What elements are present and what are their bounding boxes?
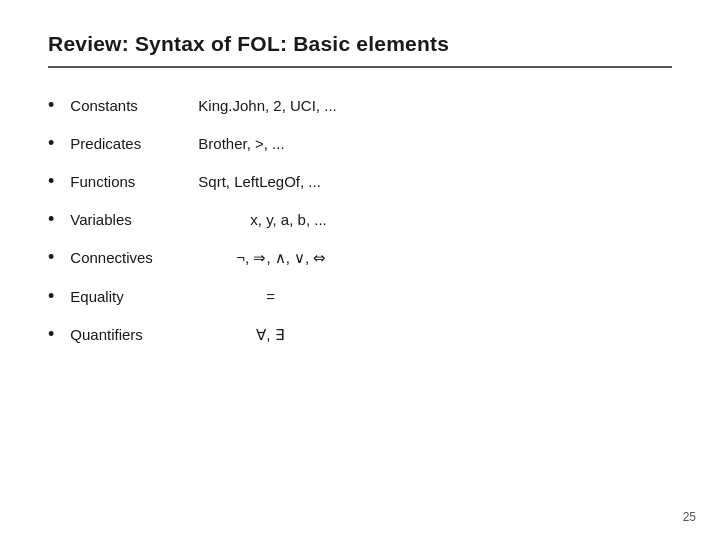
title-divider bbox=[48, 66, 672, 68]
list-item: • Variables x, y, a, b, ... bbox=[48, 200, 672, 238]
item-label: Equality bbox=[70, 288, 190, 305]
bullet-dot: • bbox=[48, 287, 54, 305]
list-item: • Connectives ¬, ⇒, ∧, ∨, ⇔ bbox=[48, 238, 672, 277]
list-item: • Equality = bbox=[48, 277, 672, 315]
bullet-dot: • bbox=[48, 210, 54, 228]
item-value: ∀, ∃ bbox=[256, 326, 283, 344]
item-value: Brother, >, ... bbox=[198, 135, 284, 152]
item-label: Connectives bbox=[70, 249, 190, 266]
page-number: 25 bbox=[683, 510, 696, 524]
bullet-dot: • bbox=[48, 134, 54, 152]
item-label: Functions bbox=[70, 173, 190, 190]
bullet-dot: • bbox=[48, 325, 54, 343]
bullet-list: • Constants King.John, 2, UCI, ... • Pre… bbox=[48, 86, 672, 354]
item-value: = bbox=[266, 288, 275, 305]
item-value: ¬, ⇒, ∧, ∨, ⇔ bbox=[236, 249, 326, 267]
bullet-dot: • bbox=[48, 248, 54, 266]
bullet-dot: • bbox=[48, 172, 54, 190]
item-value: King.John, 2, UCI, ... bbox=[198, 97, 336, 114]
slide-container: Review: Syntax of FOL: Basic elements • … bbox=[0, 0, 720, 540]
bullet-dot: • bbox=[48, 96, 54, 114]
item-label: Variables bbox=[70, 211, 190, 228]
item-value: x, y, a, b, ... bbox=[250, 211, 326, 228]
list-item: • Quantifiers ∀, ∃ bbox=[48, 315, 672, 354]
item-label: Constants bbox=[70, 97, 190, 114]
list-item: • Constants King.John, 2, UCI, ... bbox=[48, 86, 672, 124]
slide-title: Review: Syntax of FOL: Basic elements bbox=[48, 32, 672, 56]
list-item: • Functions Sqrt, LeftLegOf, ... bbox=[48, 162, 672, 200]
list-item: • Predicates Brother, >, ... bbox=[48, 124, 672, 162]
item-value: Sqrt, LeftLegOf, ... bbox=[198, 173, 321, 190]
item-label: Quantifiers bbox=[70, 326, 190, 343]
item-label: Predicates bbox=[70, 135, 190, 152]
